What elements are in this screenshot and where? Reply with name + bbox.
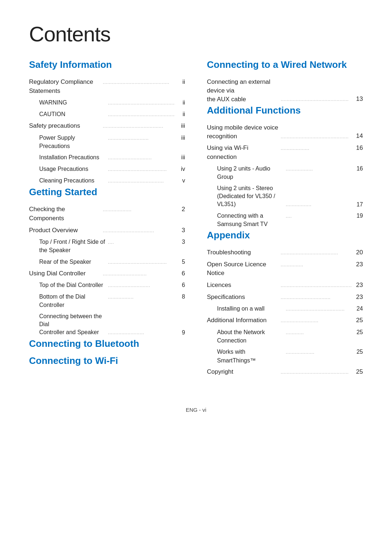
page-title: Contents xyxy=(29,22,363,46)
page-num: 16 xyxy=(354,144,363,161)
toc-label: Specifications xyxy=(207,293,279,302)
dot-line: .... xyxy=(286,212,353,228)
toc-label: Product Overview xyxy=(29,226,101,235)
dot-line: ........................................… xyxy=(103,78,175,95)
toc-copyright[interactable]: Copyright ..............................… xyxy=(207,366,363,378)
dot-line: ........................................… xyxy=(281,132,353,141)
toc-installing-wall[interactable]: Installing on a wall ...................… xyxy=(207,303,363,315)
dot-line: ........................... xyxy=(108,134,175,150)
dot-line: ........................................… xyxy=(108,98,175,107)
page-num: 3 xyxy=(176,238,185,254)
dot-line: ............................. xyxy=(108,153,175,162)
dot-line: ..................................... xyxy=(108,176,175,185)
toc-label: Using 2 units - Audio Group xyxy=(217,164,284,181)
toc-label: CAUTION xyxy=(39,110,106,119)
page-num: 25 xyxy=(354,316,363,325)
dot-line: ................... xyxy=(281,144,353,161)
toc-warning[interactable]: WARNING ................................… xyxy=(29,97,185,108)
page-num: 5 xyxy=(176,258,185,266)
dot-line: ........................................… xyxy=(108,110,175,119)
page-num: 6 xyxy=(176,269,185,278)
page-num: ii xyxy=(176,78,185,95)
dot-line: ......................... xyxy=(281,316,353,325)
toc-wifi-connection[interactable]: Using via Wi-Fi connection .............… xyxy=(207,142,363,163)
toc-aux-cable[interactable]: Connecting an external device viathe AUX… xyxy=(207,76,363,105)
toc-label: Connecting with a Samsung Smart TV xyxy=(217,212,284,228)
page-num: 23 xyxy=(354,281,363,290)
heading-getting-started: Getting Started xyxy=(29,186,185,198)
page-num: ii xyxy=(176,110,185,119)
toc-audio-group[interactable]: Using 2 units - Audio Group ............… xyxy=(207,163,363,182)
toc-label: Licences xyxy=(207,281,279,290)
page-num: 13 xyxy=(354,95,363,104)
section-getting-started: Getting Started Checking the Components … xyxy=(29,186,185,338)
toc-using-dial[interactable]: Using Dial Controller ..................… xyxy=(29,268,185,280)
toc-additional-info[interactable]: Additional Information .................… xyxy=(207,315,363,327)
toc-label: Top / Front / Right Side of the Speaker xyxy=(39,238,106,254)
toc-label: Troubleshooting xyxy=(207,248,279,257)
toc-top-dial[interactable]: Top of the Dial Controller .............… xyxy=(29,279,185,291)
toc-samsung-tv[interactable]: Connecting with a Samsung Smart TV .... … xyxy=(207,210,363,230)
page-num: 16 xyxy=(354,164,363,181)
page-num: 19 xyxy=(354,212,363,228)
toc-open-source[interactable]: Open Source Licence Notice .............… xyxy=(207,259,363,279)
toc-label: About the Network Connection xyxy=(217,328,284,345)
toc-safety-precautions[interactable]: Safety precautions .....................… xyxy=(29,120,185,132)
page-container: Contents Safety Information Regulatory C… xyxy=(29,22,363,413)
page-num: 25 xyxy=(354,348,363,364)
page-num: 14 xyxy=(354,132,363,141)
dot-line: .... xyxy=(108,238,175,254)
toc-installation-precautions[interactable]: Installation Precautions ...............… xyxy=(29,152,185,163)
two-column-layout: Safety Information Regulatory Compliance… xyxy=(29,59,363,378)
page-num: v xyxy=(176,176,185,185)
toc-power-supply[interactable]: Power Supply Precautions ...............… xyxy=(29,132,185,152)
toc-regulatory[interactable]: Regulatory Compliance Statements .......… xyxy=(29,76,185,97)
toc-connecting-dial-speaker[interactable]: Connecting between the DialController an… xyxy=(29,311,185,338)
right-column: Connecting to a Wired Network Connecting… xyxy=(207,59,363,378)
dot-line: ....................................... xyxy=(286,304,353,313)
toc-stereo[interactable]: Using 2 units - Stereo(Dedicated for VL3… xyxy=(207,183,363,210)
toc-label: Copyright xyxy=(207,368,279,377)
section-safety: Safety Information Regulatory Compliance… xyxy=(29,59,185,186)
dot-line: ........................................ xyxy=(103,122,175,131)
page-num: 24 xyxy=(354,304,363,313)
dot-line: .................................. xyxy=(103,226,175,235)
dot-line: ........................................… xyxy=(281,95,353,103)
dot-line: ................... xyxy=(103,205,175,223)
section-wifi: Connecting to Wi-Fi xyxy=(29,355,185,366)
footer: ENG - vi xyxy=(29,407,363,413)
toc-label: Connecting between the DialController an… xyxy=(39,312,106,337)
toc-label: Rear of the Speaker xyxy=(39,258,106,266)
toc-label: Open Source Licence Notice xyxy=(207,260,279,278)
toc-rear-speaker[interactable]: Rear of the Speaker ....................… xyxy=(29,256,185,268)
toc-label: Safety precautions xyxy=(29,122,101,131)
page-num: 25 xyxy=(354,328,363,345)
toc-specifications[interactable]: Specifications .........................… xyxy=(207,291,363,303)
page-num: 9 xyxy=(176,328,185,337)
toc-label: Usage Precautions xyxy=(39,165,106,173)
toc-troubleshooting[interactable]: Troubleshooting ........................… xyxy=(207,247,363,259)
toc-usage-precautions[interactable]: Usage Precautions ......................… xyxy=(29,163,185,175)
dot-line: ............... xyxy=(281,260,353,278)
toc-label: Checking the Components xyxy=(29,205,101,223)
toc-label: Cleaning Precautions xyxy=(39,176,106,185)
toc-bottom-dial[interactable]: Bottom of the Dial Controller ..........… xyxy=(29,291,185,311)
toc-smartthings[interactable]: Works with SmartThings™ ................… xyxy=(207,346,363,366)
toc-licences[interactable]: Licences ...............................… xyxy=(207,279,363,291)
toc-network-connection[interactable]: About the Network Connection ...........… xyxy=(207,327,363,346)
page-num: 17 xyxy=(354,200,363,209)
toc-cleaning-precautions[interactable]: Cleaning Precautions ...................… xyxy=(29,175,185,186)
heading-appendix: Appendix xyxy=(207,230,363,241)
page-num: 6 xyxy=(176,281,185,290)
dot-line: ................... xyxy=(286,348,353,364)
page-num: 23 xyxy=(354,260,363,278)
toc-checking-components[interactable]: Checking the Components ................… xyxy=(29,204,185,224)
dot-line: ................................. xyxy=(281,293,353,302)
toc-top-front-right[interactable]: Top / Front / Right Side of the Speaker … xyxy=(29,236,185,256)
toc-caution[interactable]: CAUTION ................................… xyxy=(29,108,185,120)
toc-mobile-voice[interactable]: Using mobile device voicerecognition ...… xyxy=(207,122,363,142)
dot-line: ........................ xyxy=(108,328,175,337)
toc-product-overview[interactable]: Product Overview .......................… xyxy=(29,225,185,237)
toc-label: Installing on a wall xyxy=(217,304,284,313)
page-num: iii xyxy=(176,122,185,131)
